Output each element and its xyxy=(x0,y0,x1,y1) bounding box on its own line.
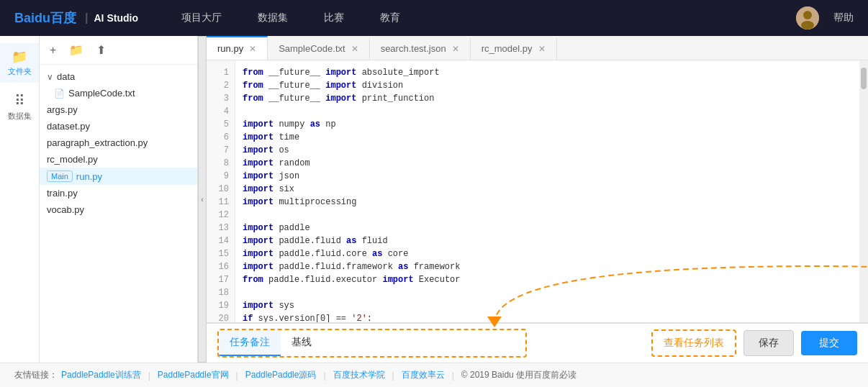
footer: 友情链接： PaddlePaddle训练营 | PaddlePaddle官网 |… xyxy=(0,363,868,387)
footer-link-academy[interactable]: 百度技术学院 xyxy=(333,369,385,381)
nav-item-competition[interactable]: 比赛 xyxy=(324,12,344,24)
sidebar-item-datasets[interactable]: ⠿ 数据集 xyxy=(0,86,39,127)
editor-area: run.py ✕ SampleCode.txt ✕ search.test.js… xyxy=(207,36,868,363)
tab-rcmodel[interactable]: rc_model.py ✕ xyxy=(471,37,557,60)
code-line: if sys.version[0] == '2': xyxy=(243,312,852,322)
nav-item-datasets[interactable]: 数据集 xyxy=(258,12,288,24)
code-line: import paddle.fluid.core as core xyxy=(243,247,852,260)
collapse-panel-button[interactable]: ‹ xyxy=(198,36,207,363)
line-number: 6 xyxy=(207,131,235,144)
footer-copyright: © 2019 Baidu 使用百度前必读 xyxy=(461,369,577,381)
tab-searchtest-label: search.test.json xyxy=(381,43,446,54)
code-line xyxy=(243,286,852,299)
logo: Baidu百度 | AI Studio xyxy=(14,9,138,27)
file-tree-item-trainpy[interactable]: train.py xyxy=(40,185,197,201)
file-tree-item-paragraph[interactable]: paragraph_extraction.py xyxy=(40,135,197,151)
code-line: import random xyxy=(243,157,852,170)
file-name-vocabpy: vocab.py xyxy=(47,204,84,215)
code-line: import paddle.fluid.framework as framewo… xyxy=(243,260,852,273)
code-line: import time xyxy=(243,131,852,144)
bottom-bar: 任务备注 基线 查看任务列表 保存 提交 xyxy=(207,322,868,363)
task-input[interactable] xyxy=(322,330,525,356)
line-number: 7 xyxy=(207,144,235,157)
new-file-button[interactable]: + xyxy=(47,42,59,58)
footer-link-training[interactable]: PaddlePaddle训练营 xyxy=(61,369,141,381)
scrollbar[interactable] xyxy=(859,60,868,322)
submit-button[interactable]: 提交 xyxy=(801,331,857,355)
close-tab-samplecode[interactable]: ✕ xyxy=(351,44,358,54)
code-line: from __future__ import division xyxy=(243,79,852,92)
close-tab-searchtest[interactable]: ✕ xyxy=(452,44,459,54)
main-content: 📁 文件夹 ⠿ 数据集 + 📁 ⬆ ∨ data 📄 SampleCode.tx… xyxy=(0,36,868,363)
file-name-paragraph: paragraph_extraction.py xyxy=(47,137,148,148)
line-number: 19 xyxy=(207,299,235,312)
code-line: import paddle.fluid as fluid xyxy=(243,235,852,247)
file-name-runpy: run.py xyxy=(76,171,102,182)
chevron-down-icon: ∨ xyxy=(47,72,53,82)
svg-point-1 xyxy=(803,11,812,19)
code-line: import numpy as np xyxy=(243,118,852,131)
sidebar-item-files[interactable]: 📁 文件夹 xyxy=(0,43,39,83)
line-number: 3 xyxy=(207,92,235,105)
line-number: 16 xyxy=(207,260,235,273)
nav-item-education[interactable]: 教育 xyxy=(380,12,400,24)
header: Baidu百度 | AI Studio 项目大厅 数据集 比赛 教育 帮助 xyxy=(0,0,868,36)
code-content[interactable]: from __future__ import absolute_importfr… xyxy=(235,60,859,322)
upload-button[interactable]: ⬆ xyxy=(94,42,109,58)
tab-samplecode[interactable]: SampleCode.txt ✕ xyxy=(268,37,370,60)
code-line xyxy=(243,105,852,118)
view-tasks-button[interactable]: 查看任务列表 xyxy=(651,329,736,357)
tab-samplecode-label: SampleCode.txt xyxy=(279,43,345,54)
file-tree-item-dataset[interactable]: dataset.py xyxy=(40,118,197,135)
header-right: 帮助 xyxy=(796,6,854,29)
file-tree-item-vocabpy[interactable]: vocab.py xyxy=(40,201,197,218)
scrollbar-thumb[interactable] xyxy=(861,68,867,89)
line-number: 20 xyxy=(207,312,235,322)
svg-point-2 xyxy=(801,21,814,29)
main-badge: Main xyxy=(47,170,73,182)
footer-link-cloud[interactable]: 百度效率云 xyxy=(402,369,445,381)
line-number: 18 xyxy=(207,286,235,299)
nav-item-projects[interactable]: 项目大厅 xyxy=(181,12,222,24)
tab-searchtest[interactable]: search.test.json ✕ xyxy=(370,37,471,60)
task-tab-baseline[interactable]: 基线 xyxy=(281,330,322,356)
file-tree-item-data-folder[interactable]: ∨ data xyxy=(40,68,197,85)
tab-runpy-label: run.py xyxy=(217,43,243,54)
file-tree-item-runpy[interactable]: Main run.py xyxy=(40,168,197,185)
editor-tabs: run.py ✕ SampleCode.txt ✕ search.test.js… xyxy=(207,36,868,60)
footer-prefix: 友情链接： xyxy=(14,369,58,381)
file-tree-item-args[interactable]: args.py xyxy=(40,101,197,118)
code-line: import json xyxy=(243,170,852,183)
footer-link-official[interactable]: PaddlePaddle官网 xyxy=(158,369,229,381)
line-number: 1 xyxy=(207,66,235,79)
sidebar-item-files-label: 文件夹 xyxy=(8,66,32,77)
code-editor[interactable]: 123456789101112131415161718192021222324 … xyxy=(207,60,868,322)
task-tab-notes[interactable]: 任务备注 xyxy=(219,330,281,356)
file-tree-item-samplecode[interactable]: 📄 SampleCode.txt xyxy=(40,85,197,101)
code-line: import os xyxy=(243,144,852,157)
line-number: 2 xyxy=(207,79,235,92)
avatar[interactable] xyxy=(796,6,819,29)
line-number: 17 xyxy=(207,273,235,286)
line-number: 8 xyxy=(207,157,235,170)
line-number: 9 xyxy=(207,170,235,183)
file-name-trainpy: train.py xyxy=(47,188,78,199)
line-number: 5 xyxy=(207,118,235,131)
footer-link-source[interactable]: PaddlePaddle源码 xyxy=(245,369,317,381)
save-button[interactable]: 保存 xyxy=(743,330,794,356)
file-name-samplecode: SampleCode.txt xyxy=(68,88,135,99)
file-panel: + 📁 ⬆ ∨ data 📄 SampleCode.txt args.py da… xyxy=(40,36,198,363)
logo-baidu: Baidu百度 xyxy=(14,9,76,27)
file-tree-item-rcmodel[interactable]: rc_model.py xyxy=(40,151,197,168)
help-link[interactable]: 帮助 xyxy=(833,12,854,24)
code-line xyxy=(243,209,852,222)
code-line: from __future__ import absolute_import xyxy=(243,66,852,79)
line-numbers: 123456789101112131415161718192021222324 xyxy=(207,60,235,322)
tab-runpy[interactable]: run.py ✕ xyxy=(207,36,268,60)
close-tab-rcmodel[interactable]: ✕ xyxy=(538,44,546,54)
header-nav: 项目大厅 数据集 比赛 教育 xyxy=(181,12,796,24)
close-tab-runpy[interactable]: ✕ xyxy=(249,44,256,54)
line-number: 15 xyxy=(207,247,235,260)
new-folder-button[interactable]: 📁 xyxy=(66,42,86,58)
sidebar-item-datasets-label: 数据集 xyxy=(8,111,32,122)
